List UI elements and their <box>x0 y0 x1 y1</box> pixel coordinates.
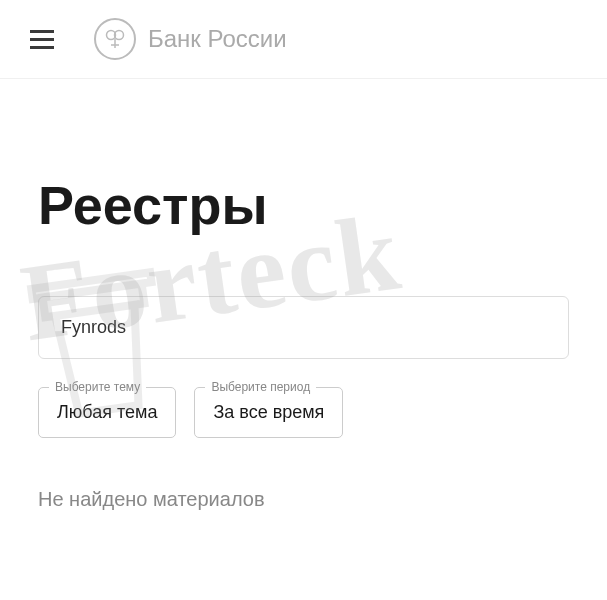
period-filter[interactable]: Выберите период За все время <box>194 387 343 438</box>
main-content: Реестры Выберите тему Любая тема Выберит… <box>0 79 607 541</box>
page-title: Реестры <box>38 174 569 236</box>
brand-logo[interactable]: Банк России <box>94 18 287 60</box>
header: Банк России <box>0 0 607 79</box>
brand-name: Банк России <box>148 25 287 53</box>
topic-filter[interactable]: Выберите тему Любая тема <box>38 387 176 438</box>
hamburger-menu-icon[interactable] <box>30 30 54 49</box>
topic-filter-value: Любая тема <box>57 402 157 422</box>
no-results-message: Не найдено материалов <box>38 488 569 511</box>
search-input[interactable] <box>38 296 569 359</box>
filters-row: Выберите тему Любая тема Выберите период… <box>38 387 569 438</box>
topic-filter-label: Выберите тему <box>49 380 146 394</box>
period-filter-value: За все время <box>213 402 324 422</box>
emblem-icon <box>94 18 136 60</box>
period-filter-label: Выберите период <box>205 380 316 394</box>
